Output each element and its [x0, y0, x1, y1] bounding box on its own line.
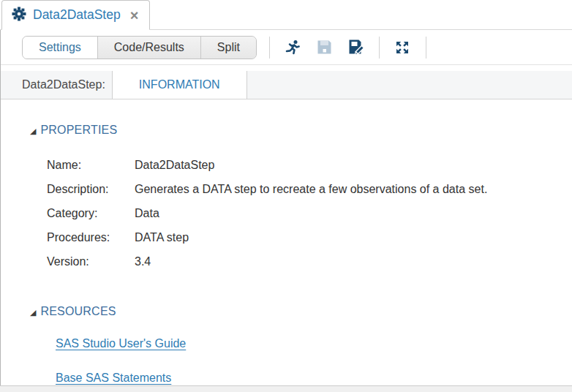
- task-name-label: Data2DataStep:: [1, 71, 112, 99]
- tab-information[interactable]: INFORMATION: [112, 71, 247, 99]
- tab-settings[interactable]: Settings: [23, 37, 97, 59]
- link-base-sas-statements[interactable]: Base SAS Statements: [56, 372, 171, 385]
- resources-title: RESOURCES: [40, 305, 116, 318]
- property-value: Data: [135, 201, 557, 225]
- tab-data2datastep[interactable]: Data2DataStep ×: [1, 0, 150, 30]
- task-gear-icon: [12, 7, 26, 24]
- edit-save-icon[interactable]: [347, 38, 365, 56]
- toolbar: Settings Code/Results Split: [1, 30, 572, 65]
- property-label: Procedures:: [47, 225, 135, 249]
- spacer: [1, 65, 572, 71]
- information-pane: ◢ PROPERTIES Name: Data2DataStep Descrip…: [1, 99, 572, 385]
- bottom-status-strip: [0, 385, 572, 392]
- toolbar-separator: [379, 37, 380, 59]
- view-switcher: Settings Code/Results Split: [22, 36, 257, 59]
- properties-section-header[interactable]: ◢ PROPERTIES: [30, 124, 557, 137]
- collapse-triangle-icon: ◢: [30, 309, 36, 317]
- properties-list: Name: Data2DataStep Description: Generat…: [47, 153, 557, 274]
- property-value: DATA step: [135, 225, 557, 249]
- resources-links: SAS Studio User's Guide Base SAS Stateme…: [56, 337, 557, 385]
- property-value: 3.4: [135, 249, 557, 274]
- properties-title: PROPERTIES: [40, 124, 117, 137]
- tab-title: Data2DataStep: [33, 7, 121, 23]
- maximize-icon[interactable]: [394, 38, 412, 56]
- resources-section-header[interactable]: ◢ RESOURCES: [30, 305, 557, 318]
- collapse-triangle-icon: ◢: [30, 127, 36, 135]
- property-label: Description:: [47, 177, 135, 201]
- property-row-category: Category: Data: [47, 201, 557, 225]
- toolbar-separator: [269, 37, 270, 59]
- property-label: Name:: [47, 153, 135, 177]
- run-icon[interactable]: [284, 38, 302, 56]
- property-label: Version:: [47, 249, 135, 274]
- document-tab-bar: Data2DataStep ×: [0, 0, 572, 30]
- property-row-version: Version: 3.4: [47, 249, 557, 274]
- property-value: Generates a DATA step to recreate a few …: [135, 177, 557, 201]
- property-row-description: Description: Generates a DATA step to re…: [47, 177, 557, 201]
- property-label: Category:: [47, 201, 135, 225]
- save-icon[interactable]: [315, 38, 334, 56]
- property-value: Data2DataStep: [135, 153, 557, 177]
- task-panel: Settings Code/Results Split: [0, 30, 572, 385]
- tab-code-results[interactable]: Code/Results: [97, 37, 200, 59]
- resources-section: ◢ RESOURCES SAS Studio User's Guide Base…: [30, 305, 557, 385]
- property-row-procedures: Procedures: DATA step: [47, 225, 557, 249]
- tab-split[interactable]: Split: [200, 37, 256, 59]
- close-icon[interactable]: ×: [130, 8, 139, 23]
- section-tab-strip: Data2DataStep: INFORMATION: [1, 71, 572, 99]
- toolbar-separator: [426, 37, 426, 59]
- property-row-name: Name: Data2DataStep: [47, 153, 557, 177]
- link-sas-studio-users-guide[interactable]: SAS Studio User's Guide: [56, 337, 186, 350]
- task-window: Data2DataStep × Settings Code/Results Sp…: [0, 0, 572, 392]
